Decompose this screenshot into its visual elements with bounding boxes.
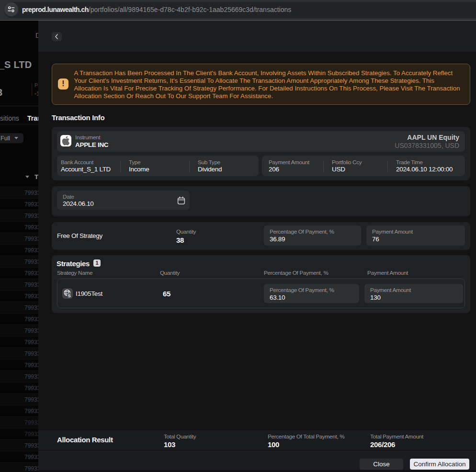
svg-text:S: S <box>68 293 71 298</box>
